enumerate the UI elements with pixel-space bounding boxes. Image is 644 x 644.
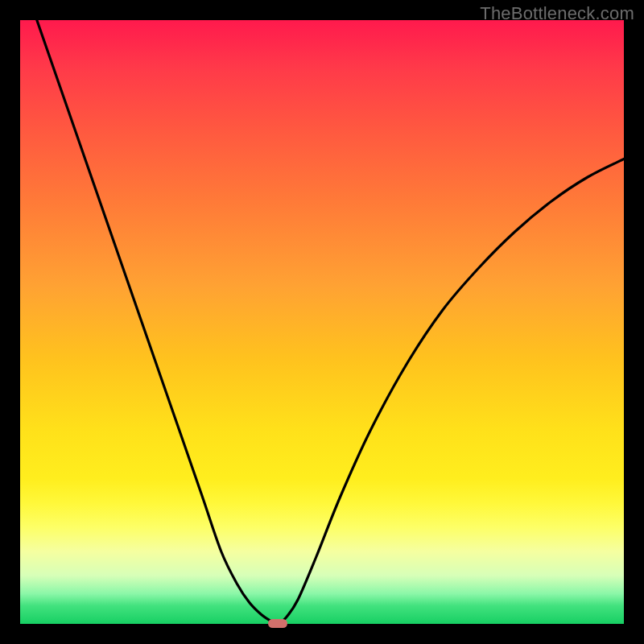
plot-area: [20, 20, 624, 624]
bottleneck-curve: [20, 20, 624, 624]
outer-frame: TheBottleneck.com: [0, 0, 644, 644]
minimum-marker: [268, 619, 287, 628]
watermark-text: TheBottleneck.com: [480, 3, 634, 24]
